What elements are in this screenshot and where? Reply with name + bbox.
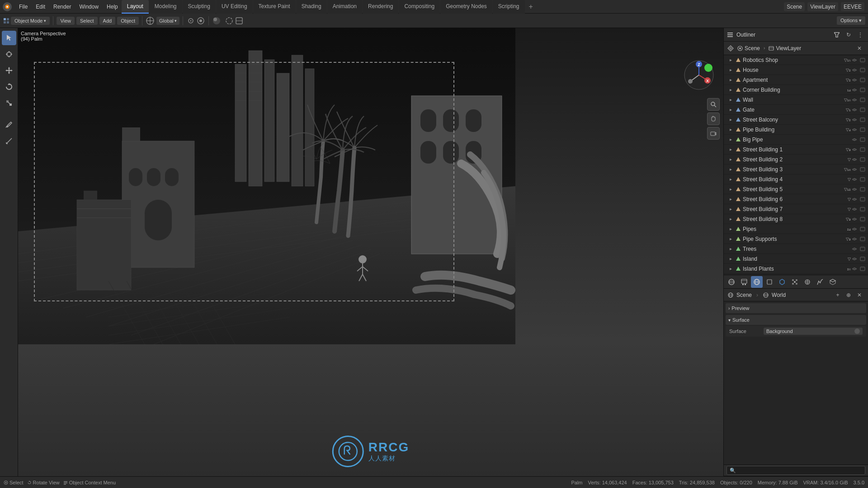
row-render-icon[interactable] xyxy=(859,225,866,233)
row-render-icon[interactable] xyxy=(859,136,866,143)
row-visibility-icon[interactable] xyxy=(851,56,858,64)
tab-modeling[interactable]: Modeling xyxy=(149,0,182,14)
outliner-item-gate[interactable]: ▸ Gate ▽₁ xyxy=(724,105,868,115)
row-visibility-icon[interactable] xyxy=(851,196,858,203)
row-render-icon[interactable] xyxy=(859,255,866,263)
view-menu[interactable]: View xyxy=(57,17,75,25)
measure-tool-button[interactable] xyxy=(2,134,16,148)
row-visibility-icon[interactable] xyxy=(851,255,858,263)
row-render-icon[interactable] xyxy=(859,96,866,103)
viewport[interactable]: Camera Perspective (94) Palm Z X xyxy=(18,28,723,476)
row-expand[interactable]: ▸ xyxy=(727,176,734,183)
prop-constraints-icon[interactable] xyxy=(814,276,826,288)
row-expand[interactable]: ▸ xyxy=(727,87,734,93)
row-visibility-icon[interactable] xyxy=(851,245,858,253)
outliner-item-street-building-1[interactable]: ▸ Street Building 1 ▽₃ xyxy=(724,145,868,155)
outliner-item-apartment[interactable]: ▸ Apartment ▽₂ xyxy=(724,75,868,85)
preview-section-header[interactable]: › Preview xyxy=(726,303,866,313)
outliner-list[interactable]: ▸ Robotics Shop ▽₁₅ ▸ xyxy=(724,55,868,275)
row-render-icon[interactable] xyxy=(859,126,866,133)
row-visibility-icon[interactable] xyxy=(851,76,858,84)
row-expand[interactable]: ▸ xyxy=(727,186,734,192)
tab-compositing[interactable]: Compositing xyxy=(399,0,440,14)
outliner-item-island[interactable]: ▸ Island ▽ xyxy=(724,254,868,264)
row-render-icon[interactable] xyxy=(859,206,866,213)
viewport-gizmo[interactable]: Z X xyxy=(683,59,715,91)
outliner-item-street-building-4[interactable]: ▸ Street Building 4 ▽ xyxy=(724,174,868,184)
row-expand[interactable]: ▸ xyxy=(727,77,734,83)
row-expand[interactable]: ▸ xyxy=(727,226,734,232)
row-expand[interactable]: ▸ xyxy=(727,246,734,252)
row-visibility-icon[interactable] xyxy=(851,176,858,183)
menu-window[interactable]: Window xyxy=(75,2,102,12)
row-visibility-icon[interactable] xyxy=(851,136,858,143)
object-menu[interactable]: Object xyxy=(117,17,139,25)
viewlayer-context-item[interactable]: ViewLayer xyxy=(769,45,801,52)
row-expand[interactable]: ▸ xyxy=(727,196,734,202)
outliner-item-pipe-supports[interactable]: ▸ Pipe Supports ▽₃ xyxy=(724,234,868,244)
row-visibility-icon[interactable] xyxy=(851,216,858,223)
row-render-icon[interactable] xyxy=(859,66,866,74)
row-render-icon[interactable] xyxy=(859,156,866,163)
row-visibility-icon[interactable] xyxy=(851,225,858,233)
menu-file[interactable]: File xyxy=(15,2,31,12)
tab-layout[interactable]: Layout xyxy=(122,0,149,14)
world-copy-button[interactable]: ⊕ xyxy=(844,290,854,300)
row-visibility-icon[interactable] xyxy=(851,206,858,213)
snap-icon[interactable] xyxy=(186,16,195,25)
scene-row-world[interactable]: World xyxy=(772,292,786,298)
add-menu[interactable]: Add xyxy=(99,17,116,25)
prop-object-icon[interactable] xyxy=(764,276,775,288)
cursor-tool-button[interactable] xyxy=(2,47,16,61)
row-expand[interactable]: ▸ xyxy=(727,156,734,163)
row-render-icon[interactable] xyxy=(859,216,866,223)
row-render-icon[interactable] xyxy=(859,196,866,203)
outliner-item-street-balcony[interactable]: ▸ Street Balcony ▽₂ xyxy=(724,115,868,125)
surface-section-header[interactable]: ▾ Surface xyxy=(726,315,866,325)
row-expand[interactable]: ▸ xyxy=(727,136,734,143)
row-expand[interactable]: ▸ xyxy=(727,127,734,133)
row-expand[interactable]: ▸ xyxy=(727,216,734,222)
prop-modifier-icon[interactable] xyxy=(776,276,788,288)
scale-tool-button[interactable] xyxy=(2,96,16,110)
row-visibility-icon[interactable] xyxy=(851,106,858,113)
viewport-camera-button[interactable] xyxy=(707,127,720,140)
outliner-item-pipe-building[interactable]: ▸ Pipe Building ▽₄ xyxy=(724,125,868,135)
outliner-item-street-building-2[interactable]: ▸ Street Building 2 ▽ xyxy=(724,155,868,164)
surface-field-value[interactable]: Background xyxy=(764,328,863,335)
row-render-icon[interactable] xyxy=(859,56,866,64)
row-expand[interactable]: ▸ xyxy=(727,166,734,173)
row-expand[interactable]: ▸ xyxy=(727,266,734,272)
row-visibility-icon[interactable] xyxy=(851,86,858,94)
world-new-button[interactable]: + xyxy=(833,290,843,300)
outliner-item-street-building-8[interactable]: ▸ Street Building 8 ▽₃ xyxy=(724,214,868,224)
viewlayer-selector[interactable]: ViewLayer xyxy=(807,2,838,11)
outliner-item-trees[interactable]: ▸ Trees xyxy=(724,244,868,254)
tab-shading[interactable]: Shading xyxy=(296,0,327,14)
row-visibility-icon[interactable] xyxy=(851,96,858,103)
row-render-icon[interactable] xyxy=(859,116,866,123)
tab-rendering[interactable]: Rendering xyxy=(363,0,398,14)
row-render-icon[interactable] xyxy=(859,76,866,84)
outliner-item-pipes[interactable]: ▸ Pipes ₂₄ xyxy=(724,224,868,234)
move-tool-button[interactable] xyxy=(2,63,16,78)
select-mode-item[interactable]: Select xyxy=(4,480,24,485)
options-dropdown[interactable]: Options ▾ xyxy=(837,16,865,25)
prop-data-icon[interactable] xyxy=(827,276,839,288)
row-expand[interactable]: ▸ xyxy=(727,117,734,123)
prop-world-icon[interactable] xyxy=(751,276,763,288)
scene-selector[interactable]: Scene xyxy=(784,2,805,11)
row-visibility-icon[interactable] xyxy=(851,166,858,173)
row-visibility-icon[interactable] xyxy=(851,126,858,133)
row-visibility-icon[interactable] xyxy=(851,66,858,74)
row-expand[interactable]: ▸ xyxy=(727,236,734,242)
row-expand[interactable]: ▸ xyxy=(727,256,734,262)
rotate-mode-item[interactable]: Rotate View xyxy=(27,480,60,485)
row-render-icon[interactable] xyxy=(859,86,866,94)
row-visibility-icon[interactable] xyxy=(851,235,858,243)
scene-row-scene[interactable]: Scene xyxy=(736,292,752,298)
row-render-icon[interactable] xyxy=(859,176,866,183)
row-visibility-icon[interactable] xyxy=(851,186,858,193)
engine-selector[interactable]: EEVEE xyxy=(841,2,864,11)
row-expand[interactable]: ▸ xyxy=(727,57,734,63)
